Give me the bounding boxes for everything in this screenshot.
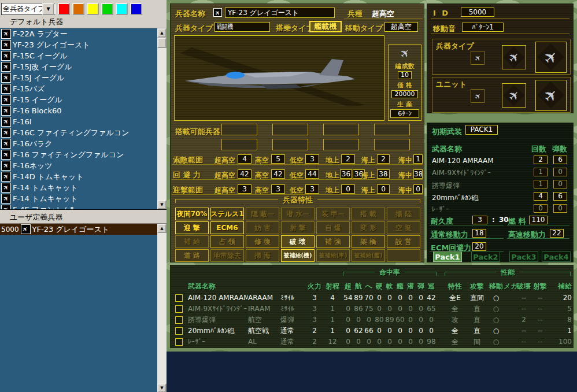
pack2-button[interactable]: Pack2	[471, 252, 500, 262]
list-item[interactable]: ✈F-16 Block60	[0, 105, 167, 116]
trait-cell[interactable]: 自 爆	[316, 221, 350, 234]
unit-name-field[interactable]: YF-23 グレイゴースト	[225, 8, 335, 18]
pack4-button[interactable]: Pack4	[542, 252, 571, 262]
list-item[interactable]: ✈F-16I	[0, 116, 167, 127]
count-field[interactable]: 0	[534, 204, 548, 213]
color-swatch-green[interactable]	[101, 3, 113, 15]
unit-icon-medium[interactable]: ✈	[502, 83, 526, 108]
color-swatch-cyan[interactable]	[116, 3, 128, 15]
type-icon-large[interactable]: ✈	[535, 42, 567, 73]
trait-cell[interactable]	[387, 249, 420, 262]
price-value[interactable]: 20000	[391, 90, 418, 98]
type-icon-medium[interactable]: ✈	[502, 45, 526, 69]
payload-slot[interactable]	[323, 139, 359, 150]
row-checkbox[interactable]	[175, 327, 183, 335]
weapon-type-field[interactable]: 戦闘機	[214, 22, 270, 32]
list-item[interactable]: ✈F-4E ファントムⅡ	[0, 204, 167, 209]
scroll-up-icon[interactable]: ▲	[157, 224, 167, 233]
list-item-selected[interactable]: 5000 ✈ YF-23 グレイゴースト	[0, 224, 167, 235]
carrier-based-button[interactable]: 艦載機	[309, 21, 342, 32]
pack3-button[interactable]: Pack3	[509, 252, 538, 262]
weapon-row[interactable]: AIM-9Xｻｲﾄﾞﾜｲﾝﾀﾞｰ IRAAM ﾐｻｲﾙ 3 1 08675000…	[171, 304, 574, 313]
trait-cell[interactable]: 道 路	[175, 249, 209, 262]
weapon-row[interactable]: AIM-120 AMRAAM ARAAM ﾐｻｲﾙ 3 4 5489700000…	[171, 293, 574, 302]
trait-cell[interactable]: 掃 海	[246, 249, 279, 262]
default-list-scrollbar[interactable]: ▲ ▼	[157, 28, 167, 209]
weapon-row[interactable]: ﾚｰｻﾞｰ AL 通常 2 12 0000000098 全間○----100	[171, 337, 574, 346]
trait-cell[interactable]: 迎 撃	[175, 221, 209, 234]
color-swatch-yellow[interactable]	[87, 3, 99, 15]
weapon-row[interactable]: 20mmﾊﾞﾙｶﾝ砲 航空戦 通常 2 1 06266000000 全直○---…	[171, 326, 574, 335]
list-item[interactable]: ✈F-14D トムキャット	[0, 171, 167, 182]
trait-cell[interactable]: 地雷除去	[210, 249, 244, 262]
count-field[interactable]: 2	[534, 156, 548, 164]
weapon-row[interactable]: 誘導爆弾 航空 爆弾 3 1 000808960000 攻直○2--8	[171, 315, 574, 324]
payload-slot[interactable]	[374, 124, 410, 135]
list-item[interactable]: ✈F-15J改 イーグル	[0, 61, 167, 72]
list-item[interactable]: ✈F-16C ファイティングファルコン	[0, 127, 167, 138]
formation-count[interactable]: 10	[398, 71, 412, 79]
move-type-field[interactable]: 超高空	[384, 22, 418, 32]
payload-slot[interactable]	[272, 124, 308, 135]
trait-cell[interactable]: 装 甲—	[316, 208, 350, 220]
trait-cell[interactable]: 搭 載	[352, 208, 385, 220]
trait-cell[interactable]: 妨 害	[246, 221, 279, 234]
trait-cell[interactable]: 補 給	[175, 235, 209, 248]
list-item[interactable]: ✈F-14 トムキャット	[0, 193, 167, 204]
color-swatch-blue[interactable]	[130, 3, 142, 15]
trait-cell[interactable]: 被補給(車)	[316, 249, 350, 262]
trait-cell[interactable]: 空 挺	[387, 221, 420, 234]
trait-cell[interactable]: 潜 水—	[281, 208, 315, 220]
trait-cell[interactable]: 射 撃	[281, 221, 315, 234]
trait-cell[interactable]: 修 復	[246, 235, 279, 248]
trait-cell[interactable]: 揚 陸	[387, 208, 420, 220]
trait-cell[interactable]: 被補給(艦)	[352, 249, 385, 262]
payload-slot[interactable]	[374, 139, 410, 150]
list-item[interactable]: ✈F-15J イーグル	[0, 72, 167, 83]
color-swatch-orange[interactable]	[72, 3, 84, 15]
type-icon-small[interactable]: ✈	[471, 51, 484, 65]
list-item[interactable]: ✈F-16 ファイティングファルコン	[0, 149, 167, 160]
row-checkbox[interactable]	[175, 305, 183, 313]
trait-cell[interactable]: 架 橋	[352, 235, 385, 248]
trait-cell[interactable]: ECM6	[210, 221, 244, 234]
unit-icon-large[interactable]: ✈	[535, 80, 567, 111]
list-item[interactable]: ✈F-16バラク	[0, 138, 167, 149]
ammo-field[interactable]: 0	[553, 180, 567, 188]
row-checkbox[interactable]	[175, 338, 183, 346]
chevron-down-icon[interactable]: ▼	[42, 3, 54, 15]
pack-field[interactable]: PACK1	[465, 125, 498, 135]
production-value[interactable]: 6ﾀｰﾝ	[390, 109, 419, 118]
scroll-down-icon[interactable]: ▼	[157, 200, 167, 209]
count-field[interactable]: 1	[534, 180, 548, 188]
payload-slot[interactable]	[323, 124, 359, 135]
payload-slot[interactable]	[221, 124, 257, 135]
trait-cell[interactable]: 変 形	[352, 221, 385, 234]
list-item[interactable]: ✈YF-23 グレイゴースト	[0, 39, 167, 50]
count-field[interactable]: 1	[534, 168, 548, 176]
trait-cell[interactable]: 隠 蔽—	[246, 208, 279, 220]
trait-cell[interactable]: 夜間70%	[175, 208, 209, 220]
list-item[interactable]: ✈F-15C イーグル	[0, 50, 167, 61]
weapon-type-filter-dropdown[interactable]: 全兵器タイプ ▼	[1, 3, 56, 15]
pack1-button[interactable]: Pack1	[433, 252, 462, 262]
list-item[interactable]: ✈F-16ネッツ	[0, 160, 167, 171]
trait-cell[interactable]: 補 強	[316, 235, 350, 248]
trait-cell[interactable]: ステルス1	[210, 208, 244, 220]
ammo-field[interactable]: 0	[553, 168, 567, 176]
list-item[interactable]: ✈F-14 トムキャット	[0, 182, 167, 193]
unit-icon-small[interactable]: ✈	[471, 89, 484, 103]
user-list-scrollbar[interactable]: ▲ ▼	[157, 224, 167, 392]
payload-slot[interactable]	[221, 139, 257, 150]
trait-cell[interactable]: 破 壊	[281, 235, 315, 248]
list-item[interactable]: ✈F-15バズ	[0, 83, 167, 94]
payload-slot[interactable]	[272, 139, 308, 150]
list-item[interactable]: ✈F-15 イーグル	[0, 94, 167, 105]
scroll-down-icon[interactable]: ▼	[157, 383, 167, 392]
ammo-field[interactable]: 6	[553, 156, 567, 164]
count-field[interactable]: 4	[534, 192, 548, 201]
ammo-field[interactable]: 0	[553, 204, 567, 213]
scrollbar-thumb[interactable]	[157, 38, 167, 48]
trait-cell[interactable]: 占 領	[210, 235, 244, 248]
scroll-up-icon[interactable]: ▲	[157, 28, 167, 38]
